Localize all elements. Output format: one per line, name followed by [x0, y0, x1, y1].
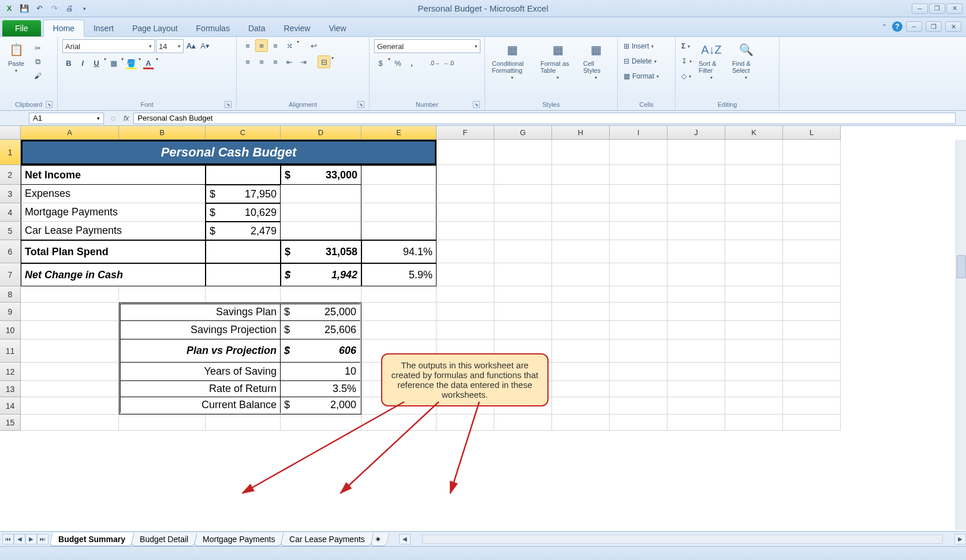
cell-d10[interactable]: $25,606 [281, 321, 360, 339]
align-middle-icon[interactable]: ≡ [255, 39, 268, 52]
row-header-11[interactable]: 11 [0, 339, 21, 363]
cell-empty[interactable] [552, 222, 610, 240]
cell-empty[interactable] [21, 286, 119, 303]
col-header-j[interactable]: J [667, 126, 725, 140]
cell-empty[interactable] [667, 303, 725, 321]
cell-d4[interactable] [281, 203, 361, 222]
first-sheet-button[interactable]: ⏮ [2, 534, 14, 544]
cell-empty[interactable] [783, 397, 841, 415]
name-box[interactable]: A1▾ [29, 113, 104, 124]
cell-d5[interactable] [281, 222, 361, 240]
cell-empty[interactable] [667, 203, 725, 222]
cell-empty[interactable] [783, 203, 841, 222]
decrease-decimal-icon[interactable]: ←.0 [442, 57, 455, 69]
close-button[interactable]: ✕ [946, 3, 963, 14]
row-header-3[interactable]: 3 [0, 185, 21, 203]
hscroll-right-button[interactable]: ▶ [954, 534, 966, 544]
cell-empty[interactable] [667, 185, 725, 203]
cell-empty[interactable] [361, 415, 437, 431]
sheet-tab-budget-summary[interactable]: Budget Summary [50, 533, 135, 546]
cell-empty[interactable] [552, 203, 610, 222]
cell-empty[interactable] [667, 165, 725, 185]
cell-empty[interactable] [494, 415, 552, 431]
cell-e5[interactable] [361, 222, 437, 240]
cell-empty[interactable] [610, 363, 667, 381]
col-header-c[interactable]: C [206, 126, 281, 140]
cell-empty[interactable] [494, 263, 552, 286]
cell-empty[interactable] [21, 415, 119, 431]
cell-empty[interactable] [783, 321, 841, 339]
cell-empty[interactable] [725, 263, 783, 286]
qat-customize-icon[interactable]: ▾ [79, 3, 90, 14]
cell-empty[interactable] [610, 165, 667, 185]
cell-empty[interactable] [494, 286, 552, 303]
cell-empty[interactable] [552, 415, 610, 431]
cell-empty[interactable] [437, 415, 494, 431]
cell-e2[interactable] [361, 165, 437, 185]
row-header-15[interactable]: 15 [0, 415, 21, 431]
cell-empty[interactable] [552, 381, 610, 397]
cell-empty[interactable] [610, 381, 667, 397]
cell-empty[interactable] [610, 140, 667, 165]
cell-empty[interactable] [610, 321, 667, 339]
delete-cells-button[interactable]: ⊟Delete▾ [622, 54, 658, 68]
cell-bc12[interactable]: Years of Saving [120, 363, 281, 381]
cell-empty[interactable] [119, 415, 206, 431]
prev-sheet-button[interactable]: ◀ [14, 534, 25, 544]
cell-empty[interactable] [206, 286, 281, 303]
cell-empty[interactable] [667, 321, 725, 339]
cell-empty[interactable] [437, 222, 494, 240]
cell-empty[interactable] [552, 140, 610, 165]
cut-icon[interactable]: ✂ [31, 42, 44, 54]
cell-empty[interactable] [783, 263, 841, 286]
col-header-g[interactable]: G [494, 126, 552, 140]
find-select-button[interactable]: 🔍Find & Select▾ [730, 39, 762, 81]
grow-font-icon[interactable]: A▴ [185, 39, 197, 52]
cell-empty[interactable] [725, 321, 783, 339]
cell-d13[interactable]: 3.5% [281, 381, 360, 397]
cell-empty[interactable] [610, 303, 667, 321]
fx-icon[interactable]: fx [124, 114, 129, 122]
cell-a1-title[interactable]: Personal Cash Budget [21, 140, 437, 165]
cell-empty[interactable] [552, 363, 610, 381]
fill-color-button[interactable]: 🪣 [125, 57, 137, 69]
cell-empty[interactable] [610, 203, 667, 222]
cell-empty[interactable] [494, 321, 552, 339]
cell-d2[interactable]: $33,000 [281, 165, 361, 185]
doc-close-button[interactable]: ✕ [945, 21, 961, 32]
review-tab[interactable]: Review [275, 20, 320, 36]
cell-empty[interactable] [494, 185, 552, 203]
conditional-formatting-button[interactable]: ▦Conditional Formatting▾ [490, 39, 535, 81]
cell-empty[interactable] [783, 185, 841, 203]
row-header-6[interactable]: 6 [0, 240, 21, 263]
cell-empty[interactable] [783, 140, 841, 165]
cell-empty[interactable] [552, 397, 610, 415]
cell-d3[interactable] [281, 185, 361, 203]
underline-button[interactable]: U [90, 57, 103, 69]
cell-bc9[interactable]: Savings Plan [120, 304, 281, 321]
cell-empty[interactable] [494, 140, 552, 165]
cell-bc13[interactable]: Rate of Return [120, 381, 281, 397]
save-icon[interactable]: 💾 [18, 3, 30, 14]
decrease-indent-icon[interactable]: ⇤ [283, 55, 296, 68]
cell-empty[interactable] [119, 286, 206, 303]
cell-empty[interactable] [725, 165, 783, 185]
cell-empty[interactable] [437, 240, 494, 263]
dialog-launcher-icon[interactable]: ⬊ [225, 101, 232, 108]
row-header-10[interactable]: 10 [0, 321, 21, 339]
autosum-button[interactable]: Σ▾ [680, 39, 693, 53]
view-tab[interactable]: View [319, 20, 355, 36]
cell-c4[interactable]: $10,629 [206, 203, 281, 222]
shrink-font-icon[interactable]: A▾ [199, 39, 211, 52]
cell-empty[interactable] [783, 339, 841, 363]
cell-empty[interactable] [725, 363, 783, 381]
cell-empty[interactable] [667, 381, 725, 397]
cell-empty[interactable] [610, 415, 667, 431]
format-cells-button[interactable]: ▦Format▾ [622, 69, 660, 83]
wrap-text-icon[interactable]: ↩ [307, 39, 320, 52]
cell-empty[interactable] [552, 339, 610, 363]
cell-empty[interactable] [552, 185, 610, 203]
accounting-format-icon[interactable]: $ [374, 57, 387, 69]
cell-empty[interactable] [552, 286, 610, 303]
italic-button[interactable]: I [76, 57, 89, 69]
